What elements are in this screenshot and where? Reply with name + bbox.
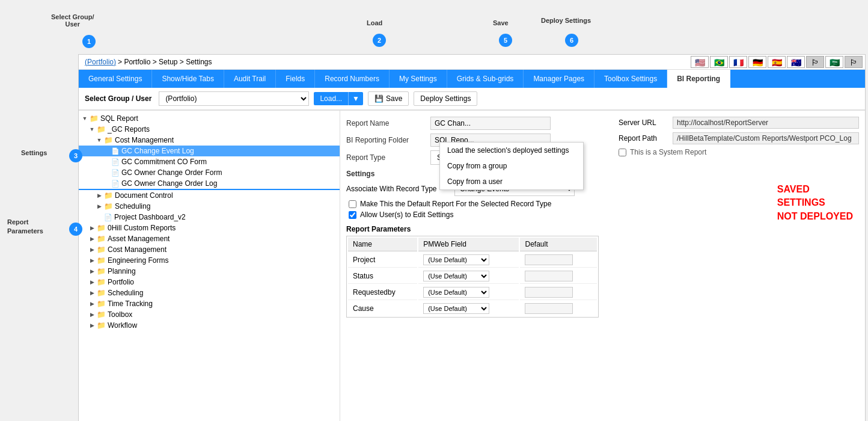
folder-icon: 📁: [97, 235, 106, 243]
expand-icon: ▶: [88, 224, 96, 232]
callout-3-label: Settings: [21, 149, 47, 156]
folder-icon: 📁: [97, 245, 106, 254]
breadcrumb-path: > Portfolio > Setup > Settings: [118, 58, 212, 66]
report-path-row: Report Path /HillBetaTemplate/Custom Rep…: [619, 132, 859, 144]
breadcrumb-area: (Portfolio) > Portfolio > Setup > Settin…: [79, 55, 865, 70]
callout-6-badge: 6: [565, 34, 578, 47]
tree-item-engineering-forms[interactable]: ▶ 📁 Engineering Forms: [79, 255, 340, 266]
tree-item-gc-owner-co-log[interactable]: 📄 GC Owner Change Order Log: [79, 178, 340, 189]
flag-es[interactable]: 🇪🇸: [768, 56, 786, 68]
report-parameters-section: Report Parameters Name PMWeb Field Defau…: [346, 225, 859, 318]
tree-item-scheduling[interactable]: ▶ 📁 Scheduling: [79, 287, 340, 298]
report-name-label: Report Name: [346, 119, 430, 128]
server-url-label: Server URL: [619, 118, 673, 127]
select-group-dropdown[interactable]: (Portfolio): [159, 91, 309, 106]
tree-item-toolbox[interactable]: ▶ 📁 Toolbox: [79, 309, 340, 320]
callout-2-badge: 2: [373, 34, 386, 47]
tree-item-gc-commitment-co[interactable]: 📄 GC Commitment CO Form: [79, 156, 340, 167]
expand-icon: [103, 147, 110, 155]
expand-icon: ▶: [88, 311, 96, 318]
param-name-requestedby: Requestedby: [348, 285, 417, 300]
tab-audit-trail[interactable]: Audit Trail: [224, 70, 276, 88]
param-default-input-project[interactable]: [525, 254, 573, 265]
flag-sa[interactable]: 🇸🇦: [825, 56, 843, 68]
dropdown-item-copy-user[interactable]: Copy from a user: [440, 174, 583, 189]
nav-tabs: General Settings Show/Hide Tabs Audit Tr…: [79, 70, 865, 88]
tree-item-gc-change-event-log[interactable]: 📄 GC Change Event Log: [79, 146, 340, 156]
expand-icon: ▶: [88, 268, 96, 275]
folder-icon: 📁: [104, 191, 113, 200]
tab-record-numbers[interactable]: Record Numbers: [315, 70, 390, 88]
params-col-name: Name: [348, 238, 417, 251]
tree-item-portfolio[interactable]: ▶ 📁 Portfolio: [79, 277, 340, 287]
tree-item-scheduling-sub[interactable]: ▶ 📁 Scheduling: [79, 201, 340, 212]
callout-4-badge: 4: [69, 223, 82, 236]
expand-icon: ▶: [88, 257, 96, 264]
expand-icon: [103, 180, 110, 187]
tab-showhide-tabs[interactable]: Show/Hide Tabs: [152, 70, 224, 88]
dropdown-item-copy-group[interactable]: Copy from a group: [440, 158, 583, 174]
callout-1-badge: 1: [82, 35, 96, 48]
tree-label: Toolbox: [108, 310, 132, 319]
tree-item-sql-report[interactable]: ▼ 📁 SQL Report: [79, 113, 340, 124]
tree-item-project-dashboard[interactable]: 📄 Project Dashboard_v2: [79, 212, 340, 223]
folder-icon: 📁: [97, 300, 106, 308]
param-default-input-requestedby[interactable]: [525, 287, 573, 298]
flag-fr[interactable]: 🇫🇷: [729, 56, 747, 68]
tree-item-planning[interactable]: ▶ 📁 Planning: [79, 266, 340, 277]
folder-icon: 📁: [90, 114, 99, 123]
expand-icon: ▶: [88, 322, 96, 329]
param-default-input-status[interactable]: [525, 271, 573, 281]
tree-label: Planning: [108, 267, 136, 275]
default-report-checkbox[interactable]: [349, 200, 356, 208]
system-report-label: This is a System Report: [630, 148, 706, 156]
tree-item-workflow[interactable]: ▶ 📁 Workflow: [79, 320, 340, 331]
expand-icon: [103, 169, 110, 176]
doc-icon: 📄: [104, 214, 112, 221]
load-button-arrow[interactable]: ▼: [348, 92, 363, 105]
param-select-requestedby[interactable]: (Use Default): [423, 287, 489, 298]
tree-label: Project Dashboard_v2: [114, 213, 186, 221]
param-select-project[interactable]: (Use Default): [423, 254, 489, 265]
allow-edit-checkbox[interactable]: [349, 211, 356, 219]
main-container: (Portfolio) > Portfolio > Setup > Settin…: [78, 54, 866, 421]
deploy-settings-button[interactable]: Deploy Settings: [414, 91, 477, 106]
tree-item-gc-reports[interactable]: ▼ 📁 _GC Reports: [79, 124, 340, 135]
tree-item-asset-management[interactable]: ▶ 📁 Asset Management: [79, 233, 340, 244]
folder-icon: 📁: [97, 125, 106, 134]
breadcrumb-link[interactable]: (Portfolio): [85, 58, 116, 66]
tree-item-document-control[interactable]: ▶ 📁 Document Control: [79, 189, 340, 201]
tab-my-settings[interactable]: My Settings: [390, 70, 447, 88]
tab-toolbox-settings[interactable]: Toolbox Settings: [594, 70, 667, 88]
tree-label: GC Owner Change Order Form: [121, 168, 222, 177]
param-default-input-cause[interactable]: [525, 303, 573, 314]
report-name-input[interactable]: [430, 117, 551, 130]
param-select-cause[interactable]: (Use Default): [423, 303, 489, 314]
tree-item-cost-management-sub[interactable]: ▼ 📁 Cost Management: [79, 135, 340, 146]
flag-br[interactable]: 🇧🇷: [710, 56, 728, 68]
save-button[interactable]: 💾 Save: [368, 91, 409, 106]
tab-grids-subgrids[interactable]: Grids & Sub-grids: [447, 70, 524, 88]
system-report-checkbox[interactable]: [619, 149, 626, 156]
tab-manager-pages[interactable]: Manager Pages: [524, 70, 594, 88]
dropdown-item-deployed[interactable]: Load the selection's deployed settings: [440, 143, 583, 158]
tab-general-settings[interactable]: General Settings: [79, 70, 152, 88]
tab-bi-reporting[interactable]: BI Reporting: [667, 70, 730, 88]
tree-item-0hill-custom[interactable]: ▶ 📁 0Hill Custom Reports: [79, 223, 340, 233]
folder-icon: 📁: [97, 224, 106, 232]
tree-item-time-tracking[interactable]: ▶ 📁 Time Tracking: [79, 298, 340, 309]
load-button[interactable]: Load...: [314, 92, 348, 105]
param-select-status[interactable]: (Use Default): [423, 271, 489, 281]
flag-un1[interactable]: 🏳: [806, 56, 824, 68]
tree-label: Document Control: [115, 191, 173, 200]
server-url-value: http://localhost/ReportServer: [673, 117, 859, 129]
flag-un2[interactable]: 🏳: [845, 56, 863, 68]
associate-label: Associate With Record Type: [346, 185, 454, 193]
tab-fields[interactable]: Fields: [276, 70, 315, 88]
flag-us[interactable]: 🇺🇸: [691, 56, 709, 68]
flag-au[interactable]: 🇦🇺: [787, 56, 805, 68]
flag-de[interactable]: 🇩🇪: [748, 56, 766, 68]
expand-icon: [96, 214, 103, 221]
tree-item-gc-owner-co-form[interactable]: 📄 GC Owner Change Order Form: [79, 167, 340, 178]
tree-item-cost-management[interactable]: ▶ 📁 Cost Management: [79, 244, 340, 255]
